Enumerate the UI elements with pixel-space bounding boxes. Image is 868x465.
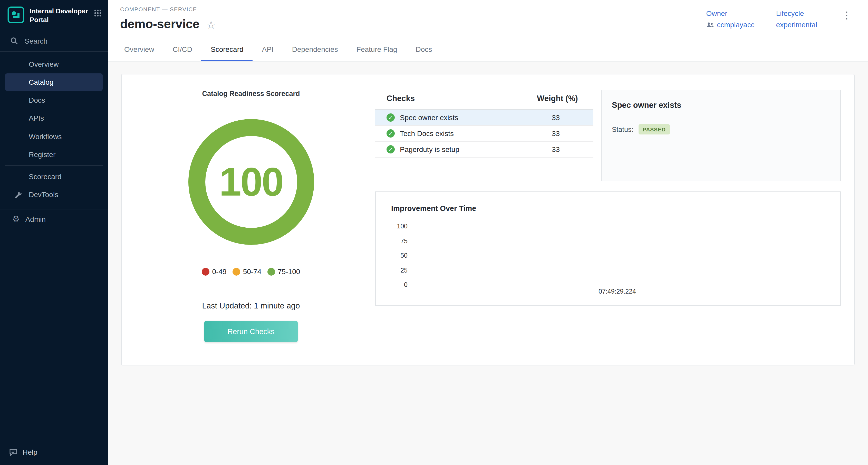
legend-item-low: 0-49 <box>202 268 227 276</box>
status-label: Status: <box>612 125 633 133</box>
sidebar-item-workflows[interactable]: Workflows <box>5 128 103 145</box>
owner-value[interactable]: ccmplayacc <box>706 21 754 29</box>
tab-docs[interactable]: Docs <box>407 37 441 61</box>
check-passed-icon: ✓ <box>386 145 395 153</box>
y-axis-tick: 50 <box>391 252 409 267</box>
apps-grid-icon[interactable] <box>94 6 102 19</box>
sidebar-divider <box>5 165 103 166</box>
legend-dot-green <box>268 268 275 275</box>
breadcrumb: COMPONENT — SERVICE <box>120 6 216 12</box>
legend-label: 75-100 <box>278 268 300 276</box>
gear-icon: ⚙ <box>12 215 20 223</box>
sidebar-help[interactable]: Help <box>0 439 108 465</box>
sidebar-nav: Overview Catalog Docs APIs Workflows Reg… <box>0 52 108 204</box>
more-menu-icon[interactable]: ⋮ <box>839 9 855 21</box>
sidebar-item-devtools[interactable]: DevTools <box>5 186 103 203</box>
page-header-meta: Owner ccmplayacc Lifecycle <box>706 6 855 29</box>
sidebar-item-register[interactable]: Register <box>5 146 103 163</box>
check-name: Tech Docs exists <box>400 129 454 137</box>
score-gauge: 100 <box>188 119 314 245</box>
tab-feature-flag[interactable]: Feature Flag <box>347 37 407 61</box>
scorecard-title: Catalog Readiness Scorecard <box>202 90 300 97</box>
status-badge: PASSED <box>639 124 670 134</box>
y-axis-tick: 25 <box>391 267 409 281</box>
tab-overview[interactable]: Overview <box>115 37 163 61</box>
last-updated-text: Last Updated: 1 minute ago <box>202 301 300 311</box>
x-axis-tick: 07:49:29.224 <box>409 285 826 296</box>
content-area: Catalog Readiness Scorecard 100 0-49 50-… <box>108 62 868 465</box>
tab-api[interactable]: API <box>253 37 283 61</box>
check-weight: 33 <box>537 145 593 153</box>
legend-dot-red <box>202 268 210 275</box>
app-root: Internal Developer Portal Search Overvie… <box>0 0 868 465</box>
tab-dependencies[interactable]: Dependencies <box>283 37 347 61</box>
status-row: Status: PASSED <box>612 124 830 134</box>
sidebar: Internal Developer Portal Search Overvie… <box>0 0 108 465</box>
lifecycle-block: Lifecycle experimental <box>776 9 817 29</box>
rerun-checks-button[interactable]: Rerun Checks <box>204 321 298 342</box>
legend-label: 50-74 <box>243 268 261 276</box>
sidebar-item-admin[interactable]: ⚙ Admin <box>5 211 103 228</box>
legend-dot-amber <box>233 268 241 275</box>
page-header: COMPONENT — SERVICE demo-service ☆ Owner <box>108 0 868 31</box>
scorecard-detail-col: Checks Weight (%) ✓ Spec owner exists 33 <box>375 90 841 346</box>
lifecycle-value[interactable]: experimental <box>776 21 817 29</box>
lifecycle-label[interactable]: Lifecycle <box>776 9 817 18</box>
logo-icon <box>7 6 25 24</box>
table-row[interactable]: ✓ Pagerduty is setup 33 <box>375 142 593 158</box>
sidebar-item-overview[interactable]: Overview <box>5 56 103 73</box>
sidebar-spacer <box>0 229 108 439</box>
chart-body: 100 75 50 25 0 07:49:29.224 <box>391 223 826 296</box>
page-title: demo-service <box>120 17 200 31</box>
sidebar-item-scorecard[interactable]: Scorecard <box>5 168 103 185</box>
sidebar-search[interactable]: Search <box>0 31 108 51</box>
checks-table: Checks Weight (%) ✓ Spec owner exists 33 <box>375 90 593 158</box>
scorecard-card: Catalog Readiness Scorecard 100 0-49 50-… <box>121 74 855 366</box>
brand: Internal Developer Portal <box>0 0 108 31</box>
check-name: Spec owner exists <box>400 114 458 122</box>
table-row[interactable]: ✓ Spec owner exists 33 <box>375 110 593 126</box>
main: COMPONENT — SERVICE demo-service ☆ Owner <box>108 0 868 465</box>
weight-column-header: Weight (%) <box>537 94 593 103</box>
check-weight: 33 <box>537 114 593 122</box>
admin-label: Admin <box>25 215 46 223</box>
favorite-star-icon[interactable]: ☆ <box>206 18 216 30</box>
sidebar-item-docs[interactable]: Docs <box>5 91 103 109</box>
search-icon <box>10 37 18 45</box>
brand-title: Internal Developer Portal <box>30 6 89 25</box>
sidebar-item-label: DevTools <box>29 190 97 199</box>
checks-table-header: Checks Weight (%) <box>375 90 593 110</box>
tab-scorecard[interactable]: Scorecard <box>202 37 253 61</box>
y-axis-tick: 100 <box>391 223 409 237</box>
chart-title: Improvement Over Time <box>391 204 826 213</box>
sidebar-item-catalog[interactable]: Catalog <box>5 73 103 91</box>
y-axis-tick: 75 <box>391 237 409 252</box>
owner-block: Owner ccmplayacc <box>706 9 754 29</box>
owner-label[interactable]: Owner <box>706 9 754 18</box>
legend-item-mid: 50-74 <box>233 268 261 276</box>
legend-label: 0-49 <box>212 268 227 276</box>
checks-row: Checks Weight (%) ✓ Spec owner exists 33 <box>375 90 841 181</box>
title-row: demo-service ☆ <box>120 17 216 31</box>
score-legend: 0-49 50-74 75-100 <box>202 268 300 276</box>
tab-bar: Overview CI/CD Scorecard API Dependencie… <box>108 37 868 62</box>
legend-item-high: 75-100 <box>268 268 300 276</box>
group-icon <box>706 22 714 27</box>
scorecard-summary: Catalog Readiness Scorecard 100 0-49 50-… <box>135 90 367 346</box>
help-chat-icon <box>9 448 18 456</box>
chart-plot-wrap: 07:49:29.224 <box>409 223 826 296</box>
sidebar-item-apis[interactable]: APIs <box>5 110 103 127</box>
search-label: Search <box>25 37 48 45</box>
check-name: Pagerduty is setup <box>400 145 459 153</box>
check-passed-icon: ✓ <box>386 129 395 137</box>
check-detail-title: Spec owner exists <box>612 101 830 110</box>
score-value: 100 <box>219 159 283 205</box>
chart-plot-area <box>409 223 826 285</box>
y-axis-tick: 0 <box>391 281 409 296</box>
check-passed-icon: ✓ <box>386 114 395 122</box>
table-row[interactable]: ✓ Tech Docs exists 33 <box>375 126 593 142</box>
tab-cicd[interactable]: CI/CD <box>163 37 202 61</box>
checks-column-header: Checks <box>386 94 537 103</box>
sidebar-divider <box>0 209 108 210</box>
owner-value-text: ccmplayacc <box>717 21 754 29</box>
